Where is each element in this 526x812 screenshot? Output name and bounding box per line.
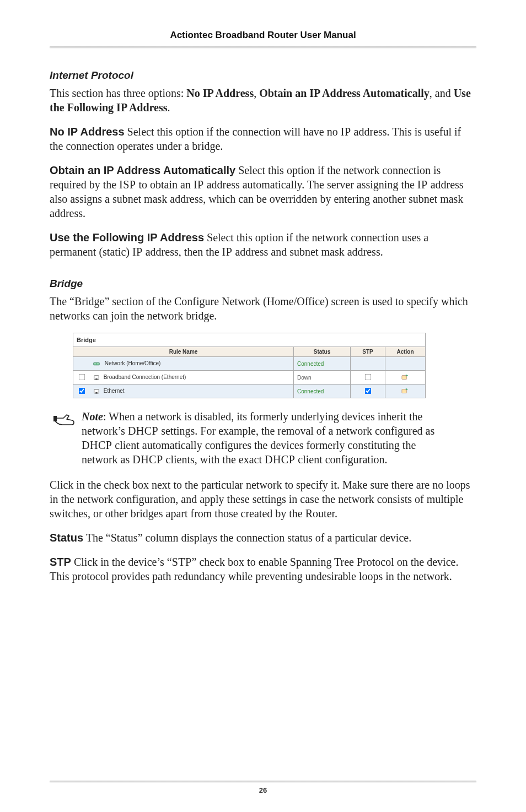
text: address automatically. The server assign… xyxy=(204,178,417,191)
action-cell xyxy=(385,371,426,385)
col-stp: STP xyxy=(351,347,385,357)
text: settings. For example, the removal of a … xyxy=(158,425,434,437)
text: Click in the device’s “ xyxy=(71,556,172,568)
action-icon[interactable] xyxy=(401,387,409,394)
text: address, then the xyxy=(143,246,222,258)
stp-cell xyxy=(351,371,385,385)
stp-checkbox[interactable] xyxy=(364,373,371,380)
ethernet-icon xyxy=(93,389,100,394)
page-header-title: Actiontec Broadband Router User Manual xyxy=(50,30,476,41)
col-rule-name: Rule Name xyxy=(73,347,294,357)
paragraph-click-checkbox: Click in the check box next to the parti… xyxy=(50,478,476,521)
bridge-table: Bridge Rule Name Status STP Action Netwo… xyxy=(73,333,426,398)
label-obtain: Obtain an IP Address Automatically xyxy=(50,164,235,176)
text: . xyxy=(168,101,170,113)
heading-internet-protocol: Internet Protocol xyxy=(50,69,476,82)
smallcaps-dhcp: DHCP xyxy=(132,453,163,465)
status-cell: Down xyxy=(294,371,351,385)
action-cell xyxy=(385,385,426,398)
smallcaps-dhcp: DHCP xyxy=(265,453,295,465)
smallcaps-ip: IP xyxy=(132,246,143,258)
label-stp: STP xyxy=(50,556,71,568)
note-label: Note xyxy=(82,410,103,423)
table-row: Ethernet Connected xyxy=(73,385,426,398)
option-obtain: Obtain an IP Address Automatically xyxy=(259,87,430,99)
label-status: Status xyxy=(50,532,83,544)
paragraph-obtain: Obtain an IP Address Automatically Selec… xyxy=(50,163,476,220)
rule-name: Network (Home/Office) xyxy=(105,360,161,366)
smallcaps-isp: ISP xyxy=(119,178,136,191)
header-divider xyxy=(50,46,476,47)
paragraph-status: Status The “Status” column displays the … xyxy=(50,530,476,545)
table-row: Network (Home/Office) Connected xyxy=(73,357,426,371)
status-cell: Connected xyxy=(294,385,351,398)
page-number: 26 xyxy=(50,786,476,794)
action-cell xyxy=(385,357,426,371)
col-action: Action xyxy=(385,347,426,357)
smallcaps-ip: IP xyxy=(194,178,204,191)
svg-rect-4 xyxy=(95,378,97,380)
label-use-following: Use the Following IP Address xyxy=(50,231,204,243)
text: , xyxy=(254,87,259,99)
text: to obtain an xyxy=(136,178,193,191)
svg-rect-1 xyxy=(94,363,95,364)
paragraph-use-following: Use the Following IP Address Select this… xyxy=(50,230,476,259)
smallcaps-ip: IP xyxy=(341,126,351,138)
bridge-table-title: Bridge xyxy=(73,333,426,347)
option-no-ip: No IP Address xyxy=(186,87,254,99)
smallcaps-stp: STP xyxy=(172,556,192,568)
text: This section has three options: xyxy=(50,87,186,99)
smallcaps-dhcp: DHCP xyxy=(82,439,112,451)
smallcaps-ip: IP xyxy=(417,178,428,191)
row-checkbox[interactable] xyxy=(78,373,85,380)
paragraph-ip-intro: This section has three options: No IP Ad… xyxy=(50,86,476,115)
svg-rect-2 xyxy=(98,363,99,364)
col-status: Status xyxy=(294,347,351,357)
paragraph-stp: STP Click in the device’s “STP” check bo… xyxy=(50,555,476,583)
stp-cell xyxy=(351,385,385,398)
svg-rect-7 xyxy=(95,392,97,394)
rule-name: Broadband Connection (Ethernet) xyxy=(104,374,186,380)
stp-cell xyxy=(351,357,385,371)
svg-rect-9 xyxy=(53,416,57,421)
status-cell: Connected xyxy=(294,357,351,371)
paragraph-no-ip: No IP Address Select this option if the … xyxy=(50,124,476,153)
label-no-ip: No IP Address xyxy=(50,126,125,138)
footer-divider xyxy=(50,781,476,782)
note-hand-icon xyxy=(50,409,82,467)
table-row: Broadband Connection (Ethernet) Down xyxy=(73,371,426,385)
text: clients, with the exact xyxy=(163,453,265,465)
action-icon[interactable] xyxy=(401,373,409,380)
text: client configuration. xyxy=(295,453,387,465)
text: Select this option if the connection wil… xyxy=(125,126,341,138)
paragraph-bridge-intro: The “Bridge” section of the Configure Ne… xyxy=(50,294,476,323)
smallcaps-dhcp: DHCP xyxy=(128,425,158,437)
text: address and subnet mask address. xyxy=(232,246,383,258)
smallcaps-ip: IP xyxy=(222,246,233,258)
stp-checkbox[interactable] xyxy=(364,387,371,394)
text: The “Status” column displays the connect… xyxy=(83,532,411,544)
row-checkbox[interactable] xyxy=(78,387,85,394)
rule-name: Ethernet xyxy=(104,388,125,394)
heading-bridge: Bridge xyxy=(50,278,476,290)
note-block: Note: When a network is disabled, its fo… xyxy=(50,409,476,467)
ethernet-icon xyxy=(93,375,100,381)
text: , and xyxy=(430,87,454,99)
network-icon xyxy=(93,361,100,367)
